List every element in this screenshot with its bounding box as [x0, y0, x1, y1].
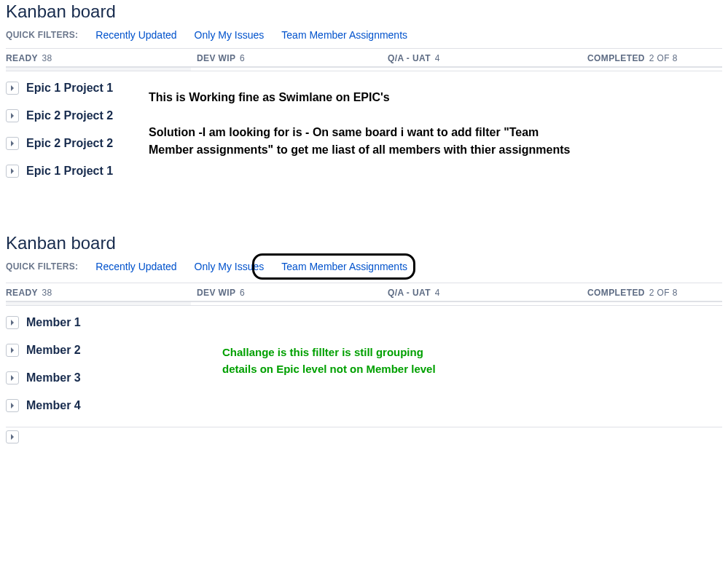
swimlane-title: Epic 1 Project 1 — [26, 82, 113, 95]
card-strip — [6, 301, 722, 306]
swimlane-title: Member 1 — [26, 316, 81, 329]
swimlane-title: Epic 1 Project 1 — [26, 165, 113, 178]
swimlane-title: Epic 2 Project 2 — [26, 109, 113, 122]
swimlanes-area-members: Member 1 Member 2 Member 3 Member 4 Cha — [6, 316, 722, 491]
col-qa-uat: Q/A - UAT 4 — [388, 53, 582, 63]
swimlane-title: Member 2 — [26, 344, 81, 357]
chevron-right-icon[interactable] — [6, 371, 19, 384]
chevron-right-icon[interactable] — [6, 137, 19, 150]
swimlane-title: Member 4 — [26, 399, 81, 412]
swimlanes-area-epics: Epic 1 Project 1 Epic 2 Project 2 Epic 2… — [6, 82, 722, 213]
chevron-right-icon[interactable] — [6, 82, 19, 95]
column-headers: READY 38 DEV WIP 6 Q/A - UAT 4 COMPLETED… — [6, 283, 722, 301]
col-dev-wip: DEV WIP 6 — [197, 288, 382, 298]
annotation-challenge: Challange is this fillter is still group… — [222, 344, 448, 378]
column-headers: READY 38 DEV WIP 6 Q/A - UAT 4 COMPLETED… — [6, 48, 722, 67]
quick-filters-label: QUICK FILTERS: — [6, 30, 78, 40]
filter-recently-updated[interactable]: Recently Updated — [95, 261, 176, 272]
quick-filters-row: QUICK FILTERS: Recently Updated Only My … — [6, 261, 722, 272]
swimlane-member[interactable]: Member 4 — [6, 399, 722, 412]
filter-only-my-issues[interactable]: Only My Issues — [195, 261, 265, 272]
col-ready: READY 38 — [6, 288, 191, 298]
board-top: Kanban board QUICK FILTERS: Recently Upd… — [0, 1, 728, 213]
swimlane-title: Member 3 — [26, 371, 81, 384]
annotation-working-fine: This is Working fine as Swimlane on EPIC… — [149, 89, 586, 106]
quick-filters-label: QUICK FILTERS: — [6, 261, 78, 272]
page-title: Kanban board — [6, 1, 722, 22]
swimlane-epic[interactable]: Epic 2 Project 2 — [6, 109, 722, 122]
card-strip — [6, 67, 722, 71]
filter-team-member-assignments[interactable]: Team Member Assignments — [281, 29, 407, 41]
chevron-right-icon[interactable] — [6, 399, 19, 412]
chevron-right-icon[interactable] — [6, 165, 19, 178]
chevron-right-icon[interactable] — [6, 109, 19, 122]
col-dev-wip: DEV WIP 6 — [197, 53, 382, 63]
swimlane-member[interactable]: Member 1 — [6, 316, 722, 329]
swimlane-epic[interactable]: Epic 1 Project 1 — [6, 165, 722, 178]
col-completed: COMPLETED 2 OF 8 — [587, 288, 678, 298]
swimlane-empty[interactable] — [6, 427, 722, 446]
filter-recently-updated[interactable]: Recently Updated — [95, 29, 176, 41]
chevron-right-icon[interactable] — [6, 430, 19, 443]
col-ready: READY 38 — [6, 53, 191, 63]
filter-team-member-assignments[interactable]: Team Member Assignments — [281, 261, 407, 272]
col-completed: COMPLETED 2 OF 8 — [587, 53, 678, 63]
col-qa-uat: Q/A - UAT 4 — [388, 288, 582, 298]
quick-filters-row: QUICK FILTERS: Recently Updated Only My … — [6, 29, 722, 41]
filter-only-my-issues[interactable]: Only My Issues — [195, 29, 265, 41]
page-title: Kanban board — [6, 233, 722, 253]
chevron-right-icon[interactable] — [6, 344, 19, 357]
swimlane-title: Epic 2 Project 2 — [26, 137, 113, 150]
annotation-solution: Solution -I am looking for is - On same … — [149, 124, 579, 159]
chevron-right-icon[interactable] — [6, 316, 19, 329]
board-bottom: Kanban board QUICK FILTERS: Recently Upd… — [0, 233, 728, 491]
